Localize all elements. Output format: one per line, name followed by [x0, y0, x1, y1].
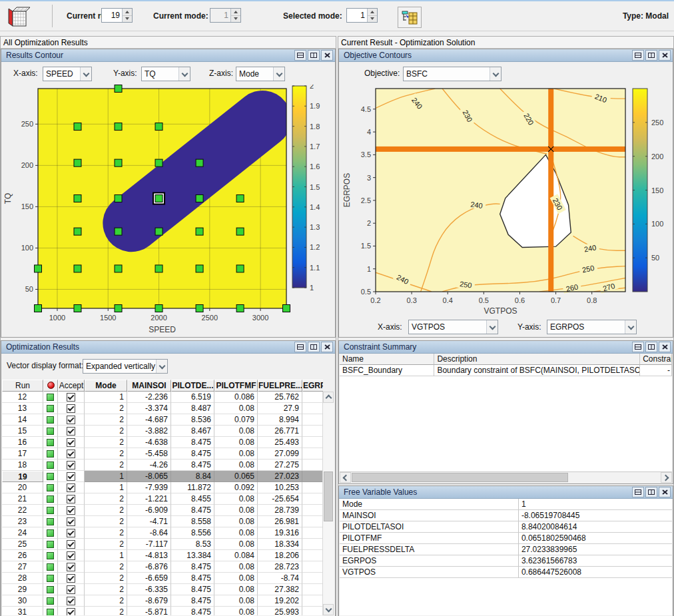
result-row-18[interactable]: 182-4.268.4750.0827.275 — [2, 460, 324, 471]
accept-checkbox[interactable] — [67, 495, 75, 503]
result-row-14[interactable]: 142-4.6878.5360.0798.994 — [2, 414, 324, 426]
accept-checkbox[interactable] — [67, 393, 75, 402]
result-marker[interactable] — [155, 159, 163, 166]
column-header-Mode[interactable]: Mode — [85, 380, 127, 392]
fill-tables-button[interactable] — [398, 7, 422, 28]
dock-button[interactable] — [645, 487, 657, 497]
close-icon[interactable] — [321, 50, 333, 61]
scroll-down-button[interactable] — [323, 604, 334, 615]
column-header-PILOTDE...[interactable]: PILOTDE... — [171, 380, 214, 392]
result-row-26[interactable]: 261-4.81313.3840.08418.206 — [2, 550, 324, 561]
result-marker[interactable] — [115, 265, 122, 272]
result-row-17[interactable]: 172-5.4588.4750.0827.099 — [2, 448, 324, 460]
accept-checkbox[interactable] — [67, 450, 75, 458]
accept-checkbox[interactable] — [67, 540, 75, 549]
column-header-Name[interactable]: Name — [340, 354, 434, 365]
split-view-button[interactable] — [632, 50, 644, 61]
dock-button[interactable] — [645, 342, 657, 352]
result-marker[interactable] — [115, 305, 122, 312]
accept-checkbox[interactable] — [67, 404, 75, 413]
result-marker[interactable] — [115, 85, 122, 93]
result-row-27[interactable]: 272-6.8768.4750.0828.723 — [2, 561, 324, 573]
result-row-15[interactable]: 152-3.8828.4670.0826.771 — [2, 426, 324, 437]
accept-checkbox[interactable] — [67, 461, 75, 469]
accept-checkbox[interactable] — [67, 529, 75, 537]
selected-mode-down-button[interactable] — [368, 16, 377, 23]
column-header-Accept[interactable]: Accept — [58, 380, 85, 392]
scrollbar-thumb[interactable] — [352, 473, 568, 482]
accept-checkbox[interactable] — [67, 416, 75, 424]
result-marker[interactable] — [236, 228, 244, 235]
column-header-Run[interactable]: Run — [2, 380, 43, 392]
accept-checkbox[interactable] — [67, 574, 75, 583]
column-header-PILOTFMF[interactable]: PILOTFMF — [214, 380, 258, 392]
accept-checkbox[interactable] — [67, 427, 75, 436]
constraint-hscrollbar[interactable] — [340, 471, 672, 483]
scroll-up-button[interactable] — [323, 392, 334, 403]
result-marker[interactable] — [196, 305, 203, 312]
current-run-spinner[interactable]: 19 — [101, 8, 133, 23]
result-marker[interactable] — [74, 265, 81, 272]
dock-button[interactable] — [308, 50, 320, 61]
split-view-button[interactable] — [632, 487, 644, 497]
x-axis-select[interactable]: SPEED — [43, 67, 92, 81]
result-marker[interactable] — [74, 195, 81, 202]
contour-y-axis-select[interactable]: EGRPOS — [547, 320, 637, 334]
accept-checkbox[interactable] — [67, 608, 75, 616]
result-marker[interactable] — [74, 123, 81, 131]
accept-checkbox[interactable] — [67, 483, 75, 492]
result-marker[interactable] — [155, 305, 163, 312]
result-marker[interactable] — [115, 159, 122, 166]
result-marker[interactable] — [236, 195, 244, 202]
result-marker[interactable] — [115, 195, 122, 202]
result-row-31[interactable]: 312-5.8718.4750.0825.993 — [2, 607, 324, 615]
accept-checkbox[interactable] — [67, 517, 75, 526]
split-view-button[interactable] — [632, 342, 644, 352]
column-header-status[interactable] — [43, 380, 58, 392]
current-run-down-button[interactable] — [123, 16, 132, 23]
result-row-28[interactable]: 282-6.6598.4750.08-8.74 — [2, 573, 324, 584]
result-marker[interactable] — [196, 228, 203, 235]
accept-checkbox[interactable] — [67, 585, 75, 594]
dock-button[interactable] — [308, 342, 320, 352]
objective-contour-plot[interactable]: 2402302202102402302402502402502602700.20… — [339, 85, 673, 318]
result-marker[interactable] — [74, 305, 81, 312]
result-row-19[interactable]: 191-8.0658.840.06527.023 — [2, 471, 324, 482]
current-run-up-button[interactable] — [123, 9, 132, 16]
result-marker[interactable] — [35, 305, 42, 312]
column-header-EGRPOS[interactable]: EGRPOS — [302, 380, 324, 392]
y-axis-select[interactable]: TQ — [141, 67, 190, 81]
close-icon[interactable] — [659, 342, 671, 352]
split-view-button[interactable] — [294, 50, 306, 61]
result-row-12[interactable]: 121-2.2366.5190.08625.762 — [2, 392, 324, 403]
column-header-MAINSOI[interactable]: MAINSOI — [127, 380, 171, 392]
result-row-29[interactable]: 292-6.3358.4750.0827.382 — [2, 584, 324, 595]
result-marker[interactable] — [74, 228, 81, 235]
result-row-13[interactable]: 132-3.3748.4870.0827.9 — [2, 403, 324, 414]
result-marker[interactable] — [236, 305, 244, 312]
accept-checkbox[interactable] — [67, 472, 75, 481]
z-axis-select[interactable]: Mode — [236, 67, 285, 81]
current-run-value[interactable]: 19 — [102, 9, 122, 22]
result-marker[interactable] — [196, 159, 203, 166]
accept-checkbox[interactable] — [67, 597, 75, 605]
result-marker[interactable] — [283, 305, 290, 312]
result-marker[interactable] — [155, 265, 163, 272]
column-header-Description[interactable]: Description — [434, 354, 640, 365]
contour-x-axis-select[interactable]: VGTPOS — [408, 320, 498, 334]
scroll-left-button[interactable] — [340, 472, 351, 483]
dock-button[interactable] — [645, 50, 657, 61]
close-icon[interactable] — [321, 342, 333, 352]
result-marker[interactable] — [155, 123, 163, 131]
result-row-21[interactable]: 212-1.2218.4550.08-25.654 — [2, 493, 324, 505]
objective-select[interactable]: BSFC — [403, 67, 502, 81]
result-row-20[interactable]: 201-7.93911.8720.09210.253 — [2, 482, 324, 493]
result-row-16[interactable]: 162-4.6388.4750.0825.493 — [2, 437, 324, 448]
scrollbar-thumb[interactable] — [324, 471, 333, 521]
results-contour-plot[interactable]: 1000150020002500300050100150200250SPEEDT… — [1, 85, 335, 338]
result-marker[interactable] — [236, 265, 244, 272]
constraint-row[interactable]: BSFC_BoundaryBoundary constraint of BSFC… — [340, 365, 672, 376]
result-row-23[interactable]: 232-4.718.5580.0826.981 — [2, 516, 324, 527]
result-row-30[interactable]: 302-8.6798.4750.0819.202 — [2, 595, 324, 607]
selected-mode-spinner[interactable]: 1 — [346, 8, 378, 23]
